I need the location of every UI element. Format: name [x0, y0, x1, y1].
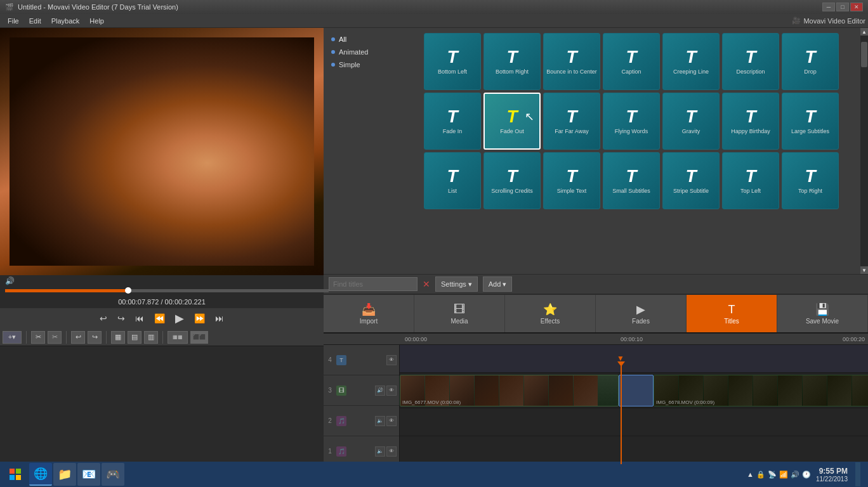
scrubber-area[interactable]: [0, 287, 324, 295]
menu-edit[interactable]: Edit: [24, 16, 46, 26]
view-3[interactable]: ▥: [144, 331, 158, 344]
add-button[interactable]: Add ▾: [483, 276, 513, 292]
title-card-fade-in[interactable]: T Fade In: [424, 93, 481, 150]
window-controls[interactable]: ─ □ ✕: [822, 3, 863, 11]
track-eye-button[interactable]: 👁: [386, 355, 397, 365]
track-1-controls[interactable]: 🔈 👁: [375, 446, 397, 457]
menu-file[interactable]: File: [3, 16, 24, 26]
scroll-up-button[interactable]: ▲: [860, 28, 868, 36]
titles-grid-container: T Bottom Left T Bottom Right T Bounce in…: [419, 28, 860, 274]
effects-button[interactable]: ⭐ Effects: [505, 295, 596, 332]
search-clear-button[interactable]: ✕: [423, 279, 430, 289]
title-card-drop[interactable]: T Drop: [782, 33, 839, 90]
transport-redo[interactable]: ↪: [115, 312, 128, 325]
track-2-controls[interactable]: 🔈 👁: [375, 416, 397, 426]
cut-tool-2[interactable]: ✂: [48, 331, 62, 344]
title-card-icon: T: [447, 108, 457, 126]
track-eye-button[interactable]: 👁: [386, 386, 397, 396]
svg-rect-1: [16, 469, 21, 474]
titles-controls-bar: ✕ Settings ▾ Add ▾: [324, 274, 868, 294]
timeline-toolbar: +▾ ✂ ✂ ↩ ↪ ▦ ▤ ▥ ▦▦ ⬛⬛: [0, 328, 324, 346]
view-1[interactable]: ▦: [111, 331, 125, 344]
transport-forward[interactable]: ⏩: [192, 312, 207, 325]
view-mode-2[interactable]: ⬛⬛: [190, 331, 208, 344]
taskbar-ie[interactable]: 🌐: [29, 463, 52, 486]
close-button[interactable]: ✕: [850, 3, 863, 11]
title-card-list[interactable]: T List: [424, 152, 481, 209]
media-button[interactable]: 🎞 Media: [414, 295, 505, 332]
title-card-creeping[interactable]: T Creeping Line: [662, 33, 720, 90]
search-input[interactable]: [329, 277, 418, 291]
timecode-display: 00:00:07.872 / 00:00:20.221: [0, 295, 324, 308]
filter-all[interactable]: All: [324, 33, 419, 46]
tray-arrow[interactable]: ▲: [747, 471, 754, 478]
playhead[interactable]: [621, 361, 622, 464]
transport-play[interactable]: ▶: [173, 310, 187, 327]
taskbar-explorer[interactable]: 📁: [53, 463, 76, 486]
show-desktop-button[interactable]: [855, 462, 860, 486]
title-card-simple-text[interactable]: T Simple Text: [543, 152, 600, 209]
view-mode-1[interactable]: ▦▦: [168, 331, 188, 344]
track-row-2: [400, 408, 868, 436]
fades-button[interactable]: ▶ Fades: [596, 295, 687, 332]
title-card-flying-words[interactable]: T Flying Words: [603, 93, 660, 150]
title-card-stripe[interactable]: T Stripe Subtitle: [662, 152, 720, 209]
minimize-button[interactable]: ─: [822, 3, 835, 11]
transport-prev[interactable]: ⏮: [133, 312, 147, 325]
title-card-top-left[interactable]: T Top Left: [722, 152, 779, 209]
track-volume-button[interactable]: 🔈: [375, 446, 385, 457]
title-card-bottom-left[interactable]: T Bottom Left: [424, 33, 481, 90]
track-audio-button[interactable]: 🔊: [375, 386, 385, 396]
track-4-controls[interactable]: 👁: [386, 355, 397, 365]
title-card-bottom-right[interactable]: T Bottom Right: [483, 33, 541, 90]
filter-simple[interactable]: Simple: [324, 58, 419, 71]
undo-tool[interactable]: ↩: [71, 331, 85, 344]
transport-controls[interactable]: ↩ ↪ ⏮ ⏪ ▶ ⏩ ⏭: [0, 308, 324, 328]
title-card-far-far-away[interactable]: T Far Far Away: [543, 93, 600, 150]
import-button[interactable]: 📥 Import: [324, 295, 414, 332]
gap-clip[interactable]: [619, 375, 654, 406]
brand-icon: 🎥: [792, 16, 801, 25]
track-3-controls[interactable]: 🔊 👁: [375, 386, 397, 396]
save-button[interactable]: 💾 Save Movie: [777, 295, 868, 332]
title-card-bounce[interactable]: T Bounce in to Center: [543, 33, 600, 90]
title-card-fade-out[interactable]: T Fade Out ↖: [483, 93, 541, 150]
transport-next[interactable]: ⏭: [213, 312, 227, 325]
media-icon: 🎞: [454, 303, 465, 316]
menu-help[interactable]: Help: [84, 16, 109, 26]
title-card-large-subtitles[interactable]: T Large Subtitles: [782, 93, 839, 150]
scroll-down-button[interactable]: ▼: [860, 266, 868, 274]
start-button[interactable]: [3, 462, 28, 487]
view-2[interactable]: ▤: [128, 331, 141, 344]
cut-tool[interactable]: ✂: [31, 331, 45, 344]
tray-volume-icon[interactable]: 🔊: [791, 471, 799, 479]
taskbar-outlook[interactable]: 📧: [77, 463, 100, 486]
title-card-top-right[interactable]: T Top Right: [782, 152, 839, 209]
transport-rewind[interactable]: ⏪: [152, 312, 168, 325]
track-eye-button[interactable]: 👁: [386, 446, 397, 457]
redo-tool[interactable]: ↪: [88, 331, 102, 344]
playback-scrubber[interactable]: [5, 289, 329, 292]
titles-scrollbar[interactable]: ▲ ▼: [860, 28, 868, 274]
title-card-caption[interactable]: T Caption: [603, 33, 660, 90]
title-card-scrolling[interactable]: T Scrolling Credits: [483, 152, 541, 209]
video-clip-2[interactable]: IMG_6678.MOV (0:00:09): [654, 375, 868, 406]
title-bar: 🎬 Untitled - Movavi Video Editor (7 Days…: [0, 0, 868, 14]
title-card-happy-birthday[interactable]: T Happy Birthday: [722, 93, 779, 150]
video-clip-1[interactable]: IMG_6677.MOV (0:00:08): [400, 375, 619, 406]
settings-button[interactable]: Settings ▾: [435, 276, 478, 292]
menu-playback[interactable]: Playback: [46, 16, 85, 26]
title-card-description[interactable]: T Description: [722, 33, 779, 90]
title-card-small-subtitles[interactable]: T Small Subtitles: [603, 152, 660, 209]
filter-animated[interactable]: Animated: [324, 46, 419, 58]
title-card-icon: T: [626, 48, 636, 66]
track-eye-button[interactable]: 👁: [386, 416, 397, 426]
taskbar-app-unknown[interactable]: 🎮: [102, 463, 124, 486]
title-card-gravity[interactable]: T Gravity: [662, 93, 720, 150]
add-track-button[interactable]: +▾: [3, 331, 22, 344]
scroll-thumb[interactable]: [861, 42, 867, 67]
transport-undo[interactable]: ↩: [97, 312, 110, 325]
track-volume-button[interactable]: 🔈: [375, 416, 385, 426]
titles-button[interactable]: T Titles: [687, 295, 777, 332]
maximize-button[interactable]: □: [836, 3, 849, 11]
